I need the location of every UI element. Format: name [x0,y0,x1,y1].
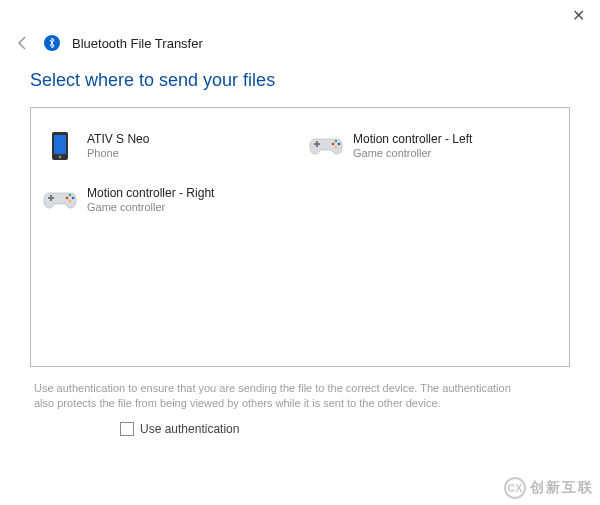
device-type: Game controller [87,201,214,214]
svg-point-10 [69,194,72,197]
auth-row: Use authentication [120,422,570,436]
device-item[interactable]: Motion controller - Left Game controller [305,122,561,170]
help-text: Use authentication to ensure that you ar… [30,367,530,418]
titlebar: ✕ [0,0,600,30]
svg-point-3 [332,143,335,146]
device-name: Motion controller - Left [353,132,472,146]
content-area: Select where to send your files ATIV S N… [0,62,600,436]
page-heading: Select where to send your files [30,70,570,91]
svg-point-4 [335,140,338,143]
svg-rect-8 [316,141,318,147]
svg-rect-1 [54,135,66,154]
gamepad-icon [309,129,343,163]
device-name: ATIV S Neo [87,132,149,146]
device-type: Game controller [353,147,472,160]
watermark-text: 创新互联 [530,479,594,497]
watermark-badge: CX [504,477,526,499]
svg-rect-14 [50,195,52,201]
svg-point-12 [72,197,75,200]
back-button[interactable] [14,34,32,52]
svg-point-6 [338,143,341,146]
device-name: Motion controller - Right [87,186,214,200]
device-item[interactable]: Motion controller - Right Game controlle… [39,176,295,224]
bluetooth-icon [44,35,60,51]
auth-label: Use authentication [140,422,239,436]
svg-point-11 [69,200,72,203]
window-title: Bluetooth File Transfer [72,36,203,51]
header: Bluetooth File Transfer [0,30,600,62]
svg-point-9 [66,197,69,200]
svg-point-5 [335,146,338,149]
watermark: CX 创新互联 [504,477,594,499]
auth-checkbox[interactable] [120,422,134,436]
device-list: ATIV S Neo Phone Motion controller - Lef… [30,107,570,367]
phone-icon [43,129,77,163]
svg-point-2 [59,156,62,159]
gamepad-icon [43,183,77,217]
device-type: Phone [87,147,149,160]
device-item[interactable]: ATIV S Neo Phone [39,122,295,170]
close-button[interactable]: ✕ [568,6,588,25]
